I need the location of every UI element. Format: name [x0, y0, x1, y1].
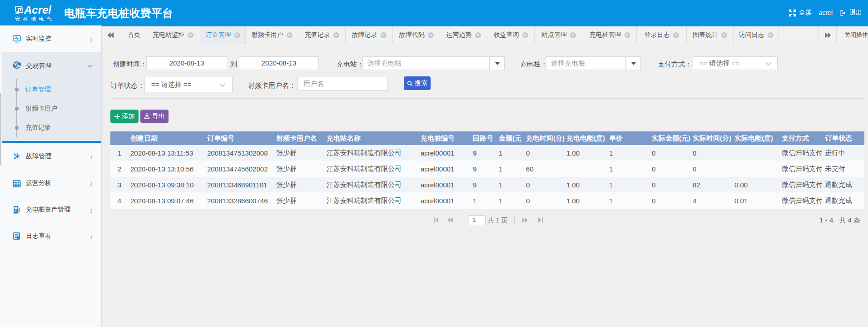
svg-text:¥: ¥	[15, 62, 18, 68]
